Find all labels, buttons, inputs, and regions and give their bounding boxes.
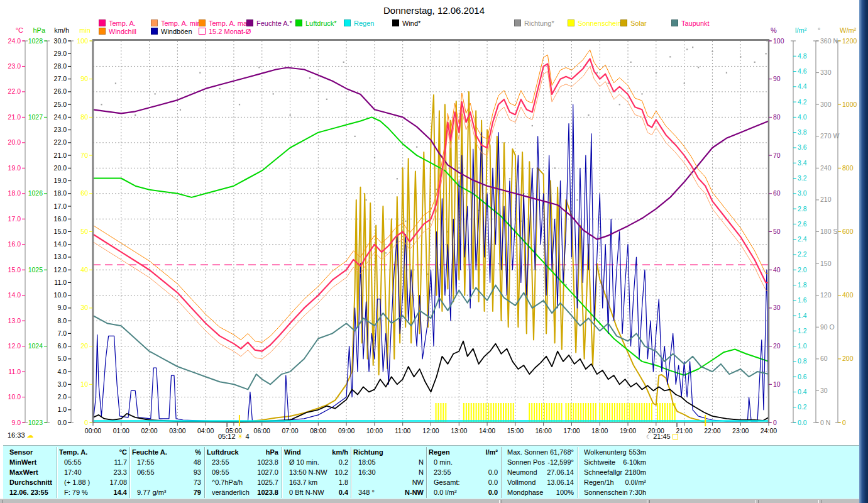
axis-label-pct: 20 [773, 342, 781, 350]
richtung-dot [397, 178, 398, 179]
axis-label-pct: 90 [773, 75, 781, 82]
info-value: 27.06.14 [503, 468, 574, 477]
info-value: 6-10km [580, 458, 646, 467]
axis-label-kmh: 27.0 [54, 75, 67, 82]
axis-label-deg: 270 W [820, 132, 839, 140]
axis-label-wm2: 1000 [842, 101, 857, 108]
axis-label-kmh: 29.0 [54, 50, 67, 57]
axis-label-C: 17.0 [8, 215, 21, 223]
sun-square-icon [673, 434, 678, 439]
window-edge [859, 0, 868, 503]
axis-label-deg: 330 [820, 69, 832, 76]
axis-label-hPa: 1027 [28, 113, 43, 121]
axis-header-C: °C [16, 26, 23, 34]
axis-label-lm2: 2.0 [798, 266, 807, 274]
richtung-dot [596, 72, 598, 74]
richtung-dot [309, 77, 310, 79]
richtung-dot [641, 93, 642, 94]
axis-label-kmh: 20.0 [54, 164, 67, 172]
axis-label-deg: 30 [820, 387, 828, 394]
status-segment [649, 500, 756, 503]
axis-label-lm2: 2.6 [798, 220, 807, 228]
axis-label-lm2: 2.8 [798, 205, 807, 213]
axis-label-pct: 60 [773, 189, 781, 197]
axis-label-kmh: 9.0 [57, 304, 67, 311]
cell-value: 1023.8 [207, 458, 278, 467]
x-label: 14:00 [479, 427, 495, 434]
axis-label-lm2: 2.4 [798, 235, 807, 243]
axis-label-lm2: 4.2 [798, 98, 807, 106]
col-unit: hPa [207, 448, 278, 456]
cell-value: 0.0 [429, 478, 498, 487]
axis-label-deg: 90 O [820, 323, 835, 331]
axis-label-kmh: 5.0 [57, 355, 67, 362]
richtung-dot [199, 72, 201, 74]
richtung-dot [354, 136, 356, 137]
axis-label-lm2: 0.8 [798, 357, 807, 365]
axis-label-lm2: 3.6 [798, 143, 807, 151]
richtung-dot [343, 62, 344, 63]
richtung-dot [543, 241, 544, 243]
axis-label-C: 19.0 [8, 164, 21, 172]
x-label: 02:00 [141, 427, 157, 434]
axis-label-pct: 0 [773, 419, 777, 426]
cell-value: 1027.0 [207, 468, 278, 477]
axis-label-kmh: 3.0 [57, 380, 67, 388]
axis-label-deg: 180 S [820, 228, 837, 235]
status-segment [821, 500, 865, 503]
axis-header-lm2: l/m² [795, 26, 807, 34]
info-value: 100% [503, 488, 574, 497]
axis-label-kmh: 0.0 [57, 419, 67, 426]
axis-label-C: 13.0 [8, 317, 21, 324]
sunrise-time: 05:12 [218, 433, 236, 440]
richtung-dot [498, 263, 499, 264]
richtung-dot [219, 88, 221, 89]
richtung-dot [554, 167, 556, 169]
cell-value: 17.08 [59, 478, 127, 487]
cell-value: NW [353, 478, 424, 487]
axis-label-lm2: 4.4 [798, 82, 807, 90]
cell-value: N [353, 458, 424, 467]
axis-label-kmh: 23.0 [54, 126, 67, 133]
axis-label-C: 20.0 [8, 138, 21, 146]
x-label: 23:00 [732, 427, 749, 434]
info-value: 13.06.14 [503, 478, 574, 487]
info-value: 7:30h [580, 488, 646, 497]
axis-label-kmh: 15.0 [54, 228, 67, 235]
richtung-dot [326, 99, 327, 100]
axis-label-kmh: 16.0 [54, 215, 67, 223]
axis-label-pct: 100 [773, 37, 784, 45]
richtung-dot [669, 56, 671, 57]
axis-label-lm2: 2.2 [798, 250, 807, 258]
x-label: 08:00 [310, 427, 326, 434]
axis-label-pct: 30 [773, 304, 781, 311]
axis-label-deg: 0 N [820, 419, 830, 426]
x-label: 06:00 [254, 427, 270, 434]
richtung-dot [405, 221, 406, 222]
axis-label-min: 10 [80, 380, 88, 388]
x-label: 22:00 [704, 427, 720, 434]
axis-label-min: 40 [80, 266, 88, 274]
axis-label-kmh: 6.0 [57, 342, 67, 350]
axis-label-wm2: 800 [842, 164, 854, 172]
cell-value: 11.7 [59, 458, 127, 467]
axis-header-wm2: W/m² [840, 26, 857, 34]
axis-label-C: 24.0 [8, 37, 21, 45]
axis-label-hPa: 1025 [28, 266, 43, 274]
axis-label-min: 60 [80, 189, 88, 197]
col-unit: km/h [284, 448, 348, 456]
cell-value: 0.0 [429, 488, 498, 497]
info-value: 61,768° [503, 448, 574, 456]
richtung-dot [180, 109, 181, 111]
column-separator [501, 447, 502, 498]
column-separator [351, 447, 352, 498]
x-label: 21:00 [676, 427, 692, 434]
axis-label-kmh: 1.0 [57, 406, 67, 413]
info-value: 0.0l/m² [580, 478, 646, 487]
richtung-dot [135, 114, 136, 116]
axis-label-min: 50 [80, 228, 88, 235]
axis-label-deg: 60 [820, 355, 828, 362]
x-label: 17:00 [563, 427, 580, 434]
richtung-dot [155, 93, 156, 94]
axis-label-kmh: 12.0 [54, 266, 67, 274]
